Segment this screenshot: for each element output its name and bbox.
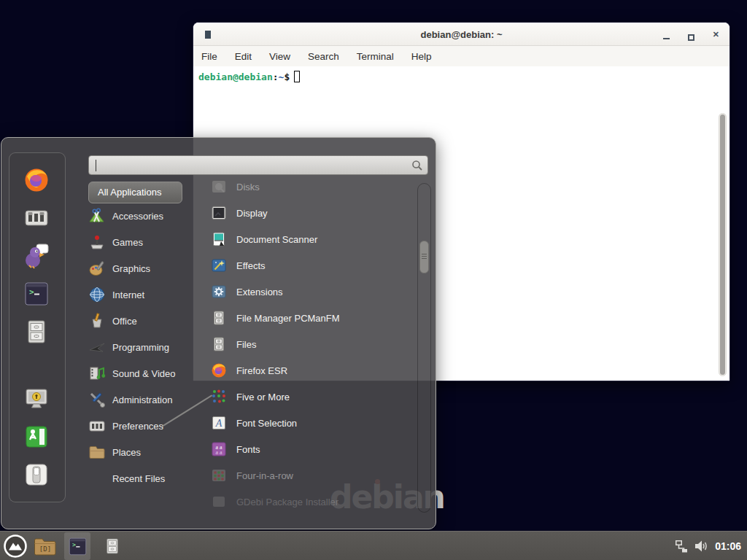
programming-icon [88,338,106,356]
category-administration[interactable]: Administration [88,386,198,413]
file-cabinet-icon [211,336,227,352]
menu-search[interactable]: Search [308,51,339,62]
control-center-icon [23,205,50,231]
session-shut-down[interactable] [23,462,50,488]
window-title: debian@debian: ~ [421,29,503,40]
terminal-app-icon [205,31,211,39]
prompt-user-host: debian@debian [198,71,273,82]
terminal-titlebar[interactable]: debian@debian: ~ ✕ [193,23,729,46]
menu-button[interactable] [0,532,31,560]
app-label: Document Scanner [236,234,317,245]
app-file-manager-pcmanfm[interactable]: File Manager PCManFM [211,305,421,331]
terminal-scrollbar-thumb[interactable] [720,114,725,375]
sound-video-icon [88,365,106,382]
category-programming[interactable]: Programming [88,334,198,360]
search-caret [96,160,96,171]
svg-text:[D]: [D] [39,545,51,553]
menu-edit[interactable]: Edit [235,51,252,62]
category-sound-video[interactable]: Sound & Video [88,360,198,386]
category-label: Accessories [112,211,163,222]
category-recent-files[interactable]: Recent Files [88,465,198,491]
folder-icon: [D] [34,536,57,556]
category-office[interactable]: Office [88,308,198,334]
svg-text:>: > [72,541,76,548]
category-internet[interactable]: Internet [88,281,198,308]
category-preferences[interactable]: Preferences [88,413,198,439]
maximize-button[interactable] [688,34,694,41]
app-label: Firefox ESR [236,365,287,376]
svg-text:A: A [215,418,222,429]
all-applications-label: All Applications [98,187,161,198]
app-disks[interactable]: Disks [211,174,421,200]
terminal-scrollbar[interactable] [719,113,727,376]
session-log-out[interactable] [23,424,50,450]
app-label: Display [236,208,268,219]
effects-icon [211,257,227,273]
file-manager-launcher[interactable]: [D] [31,532,60,560]
menu-scrollbar-track[interactable] [417,183,431,513]
menu-help[interactable]: Help [411,51,432,62]
category-label: Recent Files [112,473,165,484]
graphics-icon [88,260,106,277]
app-fonts[interactable]: a a a a Fonts [211,436,421,462]
clock[interactable]: 01:06 [715,540,741,552]
taskbar: [D] > [0,531,747,560]
app-files[interactable]: Files [211,331,421,357]
session-lock-screen[interactable] [23,386,50,412]
menu-terminal[interactable]: Terminal [357,51,394,62]
minimize-button[interactable] [663,38,670,39]
category-all-applications[interactable]: All Applications [88,182,182,203]
app-effects[interactable]: Effects [211,252,421,279]
category-label: Office [112,316,137,327]
svg-text:>: > [29,287,34,297]
app-display[interactable]: Display [211,200,421,226]
menu-file[interactable]: File [201,51,217,62]
document-scanner-icon [211,231,227,247]
close-button[interactable]: ✕ [713,23,719,46]
log-out-icon [23,424,50,450]
file-cabinet-icon [104,536,121,556]
files-launcher[interactable] [98,532,127,560]
terminal-menubar: File Edit View Search Terminal Help [193,46,729,66]
category-graphics[interactable]: Graphics [88,255,198,281]
office-icon [88,312,106,330]
extensions-icon [211,284,227,300]
disks-icon [211,179,227,195]
app-label: GDebi Package Installer [236,497,338,508]
favorite-control-center[interactable] [23,205,50,231]
application-menu: > [1,137,436,529]
category-games[interactable]: Games [88,229,198,255]
category-accessories[interactable]: Accessories [88,203,198,229]
app-extensions[interactable]: Extensions [211,279,421,305]
app-four-in-a-row[interactable]: Four-in-a-row [211,462,421,489]
app-five-or-more[interactable]: Five or More [211,384,421,410]
firefox-icon [211,362,227,378]
favorite-firefox[interactable] [23,167,50,193]
app-label: Four-in-a-row [236,470,293,481]
favorite-file-manager[interactable] [23,319,50,345]
app-font-selection[interactable]: A Font Selection [211,410,421,436]
app-document-scanner[interactable]: Document Scanner [211,226,421,252]
lock-screen-icon [23,386,50,412]
favorite-pidgin[interactable] [23,243,50,269]
search-input[interactable] [89,156,427,174]
app-label: Files [236,339,256,350]
app-label: Disks [236,182,260,192]
volume-tray-icon[interactable] [694,540,708,553]
font-selection-icon: A [211,415,227,431]
shut-down-icon [23,462,50,488]
network-tray-icon[interactable] [675,540,688,553]
category-places[interactable]: Places [88,439,198,465]
menu-scrollbar-thumb[interactable] [419,241,429,273]
terminal-icon: > [68,537,88,556]
app-label: Effects [236,260,266,271]
app-label: File Manager PCManFM [236,313,340,324]
menu-view[interactable]: View [269,51,290,62]
menu-search-box [88,155,428,175]
favorite-terminal[interactable]: > [23,281,50,307]
app-gdebi-package-installer[interactable]: GDebi Package Installer [211,489,421,515]
terminal-window-button[interactable]: > [64,532,90,560]
app-label: Font Selection [236,418,297,429]
app-firefox-esr[interactable]: Firefox ESR [211,357,421,384]
category-label: Graphics [112,263,150,274]
